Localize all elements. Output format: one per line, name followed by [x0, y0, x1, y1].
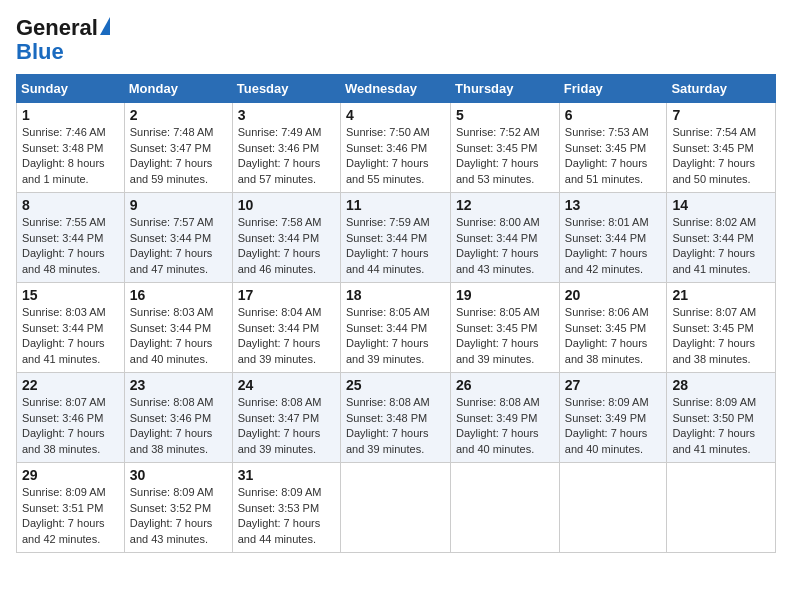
day-info: Sunrise: 8:08 AMSunset: 3:46 PMDaylight:… — [130, 395, 227, 457]
day-number: 27 — [565, 377, 662, 393]
day-number: 20 — [565, 287, 662, 303]
day-number: 31 — [238, 467, 335, 483]
day-number: 25 — [346, 377, 445, 393]
calendar-cell — [451, 463, 560, 553]
calendar-cell: 29 Sunrise: 8:09 AMSunset: 3:51 PMDaylig… — [17, 463, 125, 553]
day-number: 6 — [565, 107, 662, 123]
day-number: 1 — [22, 107, 119, 123]
day-info: Sunrise: 7:48 AMSunset: 3:47 PMDaylight:… — [130, 125, 227, 187]
calendar-cell: 1 Sunrise: 7:46 AMSunset: 3:48 PMDayligh… — [17, 103, 125, 193]
calendar-cell: 15 Sunrise: 8:03 AMSunset: 3:44 PMDaylig… — [17, 283, 125, 373]
calendar-cell: 24 Sunrise: 8:08 AMSunset: 3:47 PMDaylig… — [232, 373, 340, 463]
day-number: 19 — [456, 287, 554, 303]
calendar-cell: 12 Sunrise: 8:00 AMSunset: 3:44 PMDaylig… — [451, 193, 560, 283]
day-info: Sunrise: 8:01 AMSunset: 3:44 PMDaylight:… — [565, 215, 662, 277]
calendar-cell: 6 Sunrise: 7:53 AMSunset: 3:45 PMDayligh… — [559, 103, 667, 193]
day-number: 18 — [346, 287, 445, 303]
day-info: Sunrise: 8:08 AMSunset: 3:47 PMDaylight:… — [238, 395, 335, 457]
day-number: 13 — [565, 197, 662, 213]
calendar-week-5: 29 Sunrise: 8:09 AMSunset: 3:51 PMDaylig… — [17, 463, 776, 553]
day-info: Sunrise: 8:03 AMSunset: 3:44 PMDaylight:… — [130, 305, 227, 367]
day-number: 2 — [130, 107, 227, 123]
calendar-cell: 20 Sunrise: 8:06 AMSunset: 3:45 PMDaylig… — [559, 283, 667, 373]
calendar-week-4: 22 Sunrise: 8:07 AMSunset: 3:46 PMDaylig… — [17, 373, 776, 463]
day-number: 10 — [238, 197, 335, 213]
day-number: 7 — [672, 107, 770, 123]
day-number: 16 — [130, 287, 227, 303]
calendar-cell: 10 Sunrise: 7:58 AMSunset: 3:44 PMDaylig… — [232, 193, 340, 283]
calendar-cell: 16 Sunrise: 8:03 AMSunset: 3:44 PMDaylig… — [124, 283, 232, 373]
calendar-week-3: 15 Sunrise: 8:03 AMSunset: 3:44 PMDaylig… — [17, 283, 776, 373]
logo-text: General — [16, 16, 110, 40]
calendar-cell: 27 Sunrise: 8:09 AMSunset: 3:49 PMDaylig… — [559, 373, 667, 463]
calendar-cell — [340, 463, 450, 553]
day-info: Sunrise: 8:07 AMSunset: 3:45 PMDaylight:… — [672, 305, 770, 367]
day-number: 11 — [346, 197, 445, 213]
calendar-cell: 14 Sunrise: 8:02 AMSunset: 3:44 PMDaylig… — [667, 193, 776, 283]
calendar-header-row: SundayMondayTuesdayWednesdayThursdayFrid… — [17, 75, 776, 103]
day-info: Sunrise: 7:54 AMSunset: 3:45 PMDaylight:… — [672, 125, 770, 187]
day-number: 8 — [22, 197, 119, 213]
day-info: Sunrise: 7:46 AMSunset: 3:48 PMDaylight:… — [22, 125, 119, 187]
day-number: 29 — [22, 467, 119, 483]
day-number: 3 — [238, 107, 335, 123]
calendar-cell: 7 Sunrise: 7:54 AMSunset: 3:45 PMDayligh… — [667, 103, 776, 193]
day-header-sunday: Sunday — [17, 75, 125, 103]
day-info: Sunrise: 8:09 AMSunset: 3:49 PMDaylight:… — [565, 395, 662, 457]
calendar-cell: 19 Sunrise: 8:05 AMSunset: 3:45 PMDaylig… — [451, 283, 560, 373]
day-header-wednesday: Wednesday — [340, 75, 450, 103]
calendar-cell — [667, 463, 776, 553]
calendar-cell: 2 Sunrise: 7:48 AMSunset: 3:47 PMDayligh… — [124, 103, 232, 193]
day-info: Sunrise: 7:58 AMSunset: 3:44 PMDaylight:… — [238, 215, 335, 277]
day-info: Sunrise: 8:04 AMSunset: 3:44 PMDaylight:… — [238, 305, 335, 367]
day-info: Sunrise: 8:02 AMSunset: 3:44 PMDaylight:… — [672, 215, 770, 277]
logo: General Blue — [16, 16, 110, 64]
day-info: Sunrise: 8:05 AMSunset: 3:45 PMDaylight:… — [456, 305, 554, 367]
day-info: Sunrise: 8:08 AMSunset: 3:48 PMDaylight:… — [346, 395, 445, 457]
logo-blue: Blue — [16, 40, 64, 64]
day-number: 12 — [456, 197, 554, 213]
calendar-cell: 5 Sunrise: 7:52 AMSunset: 3:45 PMDayligh… — [451, 103, 560, 193]
day-number: 28 — [672, 377, 770, 393]
day-info: Sunrise: 8:09 AMSunset: 3:52 PMDaylight:… — [130, 485, 227, 547]
calendar-cell — [559, 463, 667, 553]
day-number: 21 — [672, 287, 770, 303]
day-number: 22 — [22, 377, 119, 393]
day-info: Sunrise: 8:09 AMSunset: 3:53 PMDaylight:… — [238, 485, 335, 547]
day-number: 4 — [346, 107, 445, 123]
calendar-cell: 11 Sunrise: 7:59 AMSunset: 3:44 PMDaylig… — [340, 193, 450, 283]
day-info: Sunrise: 8:05 AMSunset: 3:44 PMDaylight:… — [346, 305, 445, 367]
calendar-cell: 8 Sunrise: 7:55 AMSunset: 3:44 PMDayligh… — [17, 193, 125, 283]
day-info: Sunrise: 7:57 AMSunset: 3:44 PMDaylight:… — [130, 215, 227, 277]
day-header-tuesday: Tuesday — [232, 75, 340, 103]
calendar-cell: 22 Sunrise: 8:07 AMSunset: 3:46 PMDaylig… — [17, 373, 125, 463]
day-info: Sunrise: 7:53 AMSunset: 3:45 PMDaylight:… — [565, 125, 662, 187]
day-number: 17 — [238, 287, 335, 303]
calendar-cell: 9 Sunrise: 7:57 AMSunset: 3:44 PMDayligh… — [124, 193, 232, 283]
calendar-cell: 28 Sunrise: 8:09 AMSunset: 3:50 PMDaylig… — [667, 373, 776, 463]
day-number: 15 — [22, 287, 119, 303]
calendar-cell: 17 Sunrise: 8:04 AMSunset: 3:44 PMDaylig… — [232, 283, 340, 373]
day-number: 9 — [130, 197, 227, 213]
day-info: Sunrise: 7:55 AMSunset: 3:44 PMDaylight:… — [22, 215, 119, 277]
day-info: Sunrise: 7:52 AMSunset: 3:45 PMDaylight:… — [456, 125, 554, 187]
day-info: Sunrise: 8:07 AMSunset: 3:46 PMDaylight:… — [22, 395, 119, 457]
day-number: 26 — [456, 377, 554, 393]
calendar-cell: 21 Sunrise: 8:07 AMSunset: 3:45 PMDaylig… — [667, 283, 776, 373]
calendar-cell: 13 Sunrise: 8:01 AMSunset: 3:44 PMDaylig… — [559, 193, 667, 283]
calendar-cell: 26 Sunrise: 8:08 AMSunset: 3:49 PMDaylig… — [451, 373, 560, 463]
day-info: Sunrise: 8:03 AMSunset: 3:44 PMDaylight:… — [22, 305, 119, 367]
day-number: 30 — [130, 467, 227, 483]
page-header: General Blue — [16, 16, 776, 64]
day-number: 23 — [130, 377, 227, 393]
calendar-cell: 25 Sunrise: 8:08 AMSunset: 3:48 PMDaylig… — [340, 373, 450, 463]
day-header-monday: Monday — [124, 75, 232, 103]
day-number: 24 — [238, 377, 335, 393]
calendar-cell: 31 Sunrise: 8:09 AMSunset: 3:53 PMDaylig… — [232, 463, 340, 553]
calendar-table: SundayMondayTuesdayWednesdayThursdayFrid… — [16, 74, 776, 553]
day-info: Sunrise: 7:49 AMSunset: 3:46 PMDaylight:… — [238, 125, 335, 187]
day-info: Sunrise: 8:09 AMSunset: 3:51 PMDaylight:… — [22, 485, 119, 547]
calendar-cell: 3 Sunrise: 7:49 AMSunset: 3:46 PMDayligh… — [232, 103, 340, 193]
calendar-week-1: 1 Sunrise: 7:46 AMSunset: 3:48 PMDayligh… — [17, 103, 776, 193]
calendar-cell: 23 Sunrise: 8:08 AMSunset: 3:46 PMDaylig… — [124, 373, 232, 463]
